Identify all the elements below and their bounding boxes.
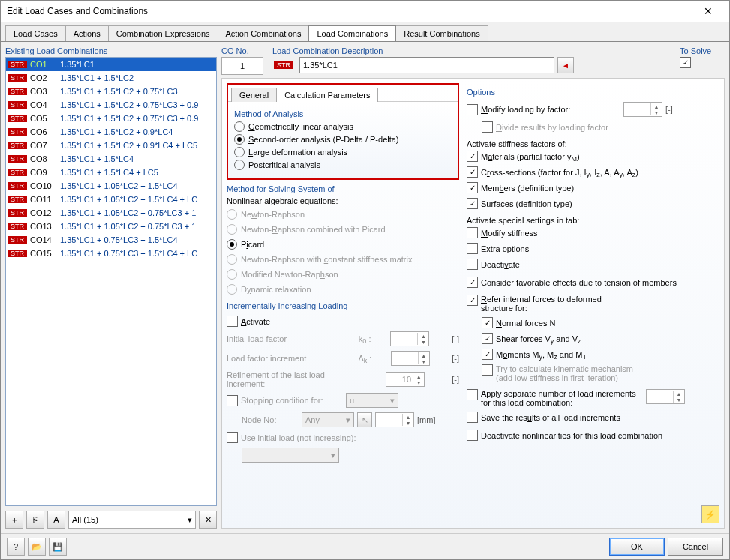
copy-icon[interactable]: ⎘ [26, 511, 44, 529]
check-modify-loading[interactable]: Modify loading by factor: ▲▼[-] [467, 102, 719, 117]
combo-listbox[interactable]: STRCO11.35*LC1STRCO21.35*LC1 + 1.5*LC2ST… [5, 57, 217, 506]
left-toolbar: ＋ ⎘ A All (15)▾ ✕ [5, 511, 217, 529]
tab-actions[interactable]: Actions [65, 25, 109, 41]
check-deact-nl[interactable]: Deactivate nonlinearities for this load … [467, 430, 719, 441]
co-id: CO3 [30, 87, 60, 96]
check-mod-stiff[interactable]: Modify stiffness [467, 227, 719, 238]
tab-action-combinations[interactable]: Action Combinations [218, 25, 310, 41]
cancel-button[interactable]: Cancel [668, 538, 723, 556]
subtab-calc-params[interactable]: Calculation Parameters [276, 88, 378, 102]
subtab-general[interactable]: General [231, 88, 277, 102]
co-id: CO8 [30, 154, 60, 163]
radio-large-deform[interactable]: Large deformation analysis [234, 147, 452, 157]
filter-combo[interactable]: All (15)▾ [68, 511, 196, 529]
node-combo: Any▾ [302, 412, 354, 427]
new-icon[interactable]: ＋ [5, 511, 23, 529]
window-title: Edit Load Cases and Combinations [7, 6, 693, 16]
filter-label: All (15) [72, 515, 98, 524]
dialog-body: Existing Load Combinations STRCO11.35*LC… [1, 42, 729, 533]
check-separate[interactable]: Apply separate number of load increments… [467, 389, 719, 407]
radio-newton: Newton-Raphson [227, 209, 459, 220]
tab-result-combinations[interactable]: Result Combinations [395, 25, 488, 41]
use-initial-combo-row: ▾ [227, 448, 459, 463]
list-item[interactable]: STRCO71.35*LC1 + 1.5*LC2 + 0.9*LC4 + LC5 [6, 139, 216, 152]
desc-badge: STR [274, 61, 293, 69]
co-id: CO5 [30, 114, 60, 123]
save-icon[interactable]: 💾 [49, 538, 67, 556]
list-item[interactable]: STRCO91.35*LC1 + 1.5*LC4 + LC5 [6, 166, 216, 179]
tab-load-cases[interactable]: Load Cases [5, 25, 66, 41]
help-icon[interactable]: ? [7, 538, 25, 556]
list-item[interactable]: STRCO121.35*LC1 + 1.05*LC2 + 0.75*LC3 + … [6, 206, 216, 220]
list-item[interactable]: STRCO21.35*LC1 + 1.5*LC2 [6, 71, 216, 85]
co-expr: 1.35*LC1 + 1.05*LC2 + 1.5*LC4 [60, 181, 216, 190]
str-badge: STR [8, 250, 27, 257]
method-solving-title: Method for Solving System of [227, 184, 459, 193]
radio-newton-const: Newton-Raphson with constant stiffness m… [227, 254, 459, 265]
list-item[interactable]: STRCO151.35*LC1 + 0.75*LC3 + 1.5*LC4 + L… [6, 247, 216, 260]
check-materials[interactable]: Materials (partial factor γM) [467, 151, 719, 162]
check-shear[interactable]: Shear forces Vy and Vz [467, 333, 719, 344]
list-item[interactable]: STRCO41.35*LC1 + 1.5*LC2 + 0.75*LC3 + 0.… [6, 98, 216, 112]
co-id: CO11 [30, 195, 60, 204]
co-expr: 1.35*LC1 + 1.5*LC4 + LC5 [60, 168, 216, 177]
list-item[interactable]: STRCO61.35*LC1 + 1.5*LC2 + 0.9*LC4 [6, 125, 216, 139]
co-id: CO15 [30, 249, 60, 258]
existing-combos-label: Existing Load Combinations [5, 46, 217, 55]
list-item[interactable]: STRCO131.35*LC1 + 1.05*LC2 + 0.75*LC3 + … [6, 220, 216, 233]
list-item[interactable]: STRCO81.35*LC1 + 1.5*LC4 [6, 152, 216, 166]
list-item[interactable]: STRCO51.35*LC1 + 1.5*LC2 + 0.75*LC3 + 0.… [6, 112, 216, 125]
check-normal[interactable]: Normal forces N [467, 317, 719, 328]
desc-dropdown-icon[interactable]: ◄ [557, 57, 574, 73]
tab-load-combinations[interactable]: Load Combinations [308, 25, 396, 41]
list-item[interactable]: STRCO141.35*LC1 + 0.75*LC3 + 1.5*LC4 [6, 233, 216, 247]
radio-mod-newton: Modified Newton-Raphson [227, 269, 459, 280]
co-id: CO14 [30, 235, 60, 244]
check-deactivate[interactable]: Deactivate [467, 259, 719, 270]
str-badge: STR [8, 182, 27, 190]
sort-icon[interactable]: A [47, 511, 65, 529]
options-title: Options [467, 88, 719, 97]
initial-load-combo: ▾ [242, 448, 339, 463]
footer: ? 📂 💾 OK Cancel [1, 533, 729, 559]
radio-postcritical[interactable]: Postcritical analysis [234, 160, 452, 170]
pick-node-icon: ↖ [357, 412, 372, 427]
load-increment-row: Load factor incrementΔk : ▲▼[-] [227, 351, 459, 366]
solve-checkbox[interactable] [680, 57, 691, 68]
co-expr: 1.35*LC1 + 1.5*LC2 + 0.9*LC4 + LC5 [60, 141, 216, 150]
lightning-icon[interactable]: ⚡ [701, 505, 719, 523]
str-badge: STR [8, 61, 27, 68]
co-id: CO2 [30, 73, 60, 82]
check-surfaces[interactable]: Surfaces (definition type) [467, 198, 719, 209]
str-badge: STR [8, 196, 27, 203]
radio-picard[interactable]: Picard [227, 239, 459, 250]
check-refer[interactable]: Refer internal forces to deformedstructu… [467, 295, 719, 313]
list-item[interactable]: STRCO11.35*LC1 [6, 58, 216, 71]
co-no-input[interactable] [221, 57, 263, 75]
check-extra[interactable]: Extra options [467, 243, 719, 254]
delete-icon[interactable]: ✕ [199, 511, 217, 529]
desc-label: Load Combination Description [272, 46, 674, 55]
check-save-results[interactable]: Save the results of all load increments [467, 412, 719, 423]
list-item[interactable]: STRCO111.35*LC1 + 1.05*LC2 + 1.5*LC4 + L… [6, 193, 216, 206]
close-button[interactable]: ✕ [693, 4, 723, 19]
check-tension[interactable]: Consider favorable effects due to tensio… [467, 277, 719, 288]
check-members[interactable]: Members (definition type) [467, 182, 719, 193]
str-badge: STR [8, 74, 27, 82]
check-moments[interactable]: Moments My, Mz and MT [467, 349, 719, 360]
open-icon[interactable]: 📂 [28, 538, 46, 556]
method-analysis-title: Method of Analysis [234, 109, 452, 118]
radio-linear[interactable]: Geometrically linear analysis [234, 121, 452, 132]
check-cross[interactable]: Cross-sections (factor for J, Iy, Iz, A,… [467, 166, 719, 178]
desc-input[interactable] [299, 57, 554, 73]
list-item[interactable]: STRCO101.35*LC1 + 1.05*LC2 + 1.5*LC4 [6, 179, 216, 193]
radio-dynamic: Dynamic relaxation [227, 284, 459, 295]
check-activate[interactable]: Activate [227, 316, 459, 327]
co-id: CO13 [30, 222, 60, 231]
stop-combo: u▾ [346, 393, 398, 408]
tab-combination-expressions[interactable]: Combination Expressions [108, 25, 218, 41]
radio-second-order[interactable]: Second-order analysis (P-Delta / P-delta… [234, 134, 452, 145]
stiff-title: Activate stiffness factors of: [467, 139, 719, 148]
ok-button[interactable]: OK [609, 538, 665, 556]
list-item[interactable]: STRCO31.35*LC1 + 1.5*LC2 + 0.75*LC3 [6, 85, 216, 98]
